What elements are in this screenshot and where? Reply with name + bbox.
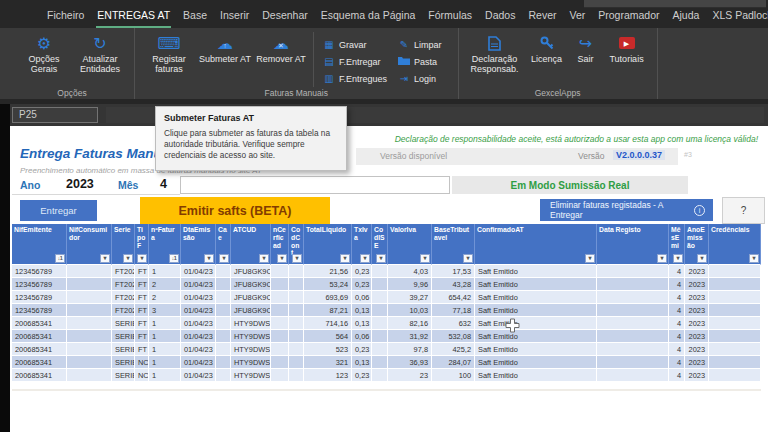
menu-tab-base[interactable]: Base — [182, 9, 208, 28]
cell-n-fatura[interactable]: 1 — [149, 317, 181, 330]
cell-basetributavel[interactable]: 100 — [432, 369, 475, 382]
cell-codcont[interactable] — [289, 265, 304, 278]
cell-valoriva[interactable]: 36,93 — [388, 356, 432, 369]
empty-input-cell[interactable] — [180, 176, 450, 194]
cell-n-fatura[interactable]: 3 — [149, 304, 181, 317]
cell-serie[interactable]: FT2023 — [112, 278, 135, 291]
cell-codise[interactable] — [372, 356, 388, 369]
cell-n-fatura[interactable]: 1 — [149, 356, 181, 369]
cell-data-registo[interactable] — [597, 304, 669, 317]
cell-valoriva[interactable]: 23 — [388, 369, 432, 382]
menu-tab-rever[interactable]: Rever — [527, 9, 557, 28]
cell-anoemiss-o[interactable]: 2023 — [685, 343, 709, 356]
opcoes-gerais-button[interactable]: ⚙ Opções Gerais — [16, 32, 72, 74]
menu-tab-ajuda[interactable]: Ajuda — [672, 9, 701, 28]
f-entregar-button[interactable]: ▤ F.Entregar — [322, 53, 387, 70]
cell-codise[interactable] — [372, 278, 388, 291]
cell-ncerficad[interactable] — [271, 330, 289, 343]
cell-cae[interactable] — [216, 304, 231, 317]
cell-anoemiss-o[interactable]: 2023 — [685, 278, 709, 291]
cell-m-semi[interactable]: 4 — [669, 330, 685, 343]
cell-confirmadoat[interactable]: Saft Emitido — [475, 265, 597, 278]
filter-icon-cae[interactable]: ▾ — [219, 254, 229, 263]
f-entregues-button[interactable]: ▥ F.Entregues — [322, 70, 387, 87]
cell-m-semi[interactable]: 4 — [669, 265, 685, 278]
cell-atcud[interactable]: HTY9DWSB — [231, 317, 271, 330]
login-button[interactable]: ⇥ Login — [397, 70, 442, 87]
cell-data-registo[interactable] — [597, 278, 669, 291]
cell-codise[interactable] — [372, 330, 388, 343]
cell-anoemiss-o[interactable]: 2023 — [685, 304, 709, 317]
cell-dtaemiss-o[interactable]: 01/04/23 — [181, 343, 216, 356]
cell-txiva[interactable]: 0,06 — [352, 330, 372, 343]
cell-ncerficad[interactable] — [271, 356, 289, 369]
cell-n-fatura[interactable]: 2 — [149, 291, 181, 304]
cell-n-fatura[interactable]: 1 — [149, 343, 181, 356]
cell-ncerficad[interactable] — [271, 369, 289, 382]
cell-n-fatura[interactable]: 2 — [149, 278, 181, 291]
menu-tab-xls-padlock[interactable]: XLS Padlock — [711, 9, 768, 28]
filter-icon-codise[interactable]: ▾ — [376, 254, 386, 263]
cell-totalliquido[interactable]: 123 — [304, 369, 352, 382]
cell-cae[interactable] — [216, 343, 231, 356]
sort-filter-icon-nifemitente[interactable]: ↓1 — [55, 254, 65, 263]
cell-anoemiss-o[interactable]: 2023 — [685, 291, 709, 304]
cell-dtaemiss-o[interactable]: 01/04/23 — [181, 265, 216, 278]
cell-atcud[interactable]: JFU8GK9C — [231, 278, 271, 291]
cell-cred-nciais[interactable] — [709, 369, 761, 382]
cell-txiva[interactable]: 0,13 — [352, 317, 372, 330]
cell-anoemiss-o[interactable]: 2023 — [685, 317, 709, 330]
cell-m-semi[interactable]: 4 — [669, 278, 685, 291]
cell-dtaemiss-o[interactable]: 01/04/23 — [181, 356, 216, 369]
cell-codcont[interactable] — [289, 304, 304, 317]
cell-basetributavel[interactable]: 77,18 — [432, 304, 475, 317]
cell-atcud[interactable]: HTY9DWSB — [231, 330, 271, 343]
cell-cae[interactable] — [216, 369, 231, 382]
cell-confirmadoat[interactable]: Saft Emitido — [475, 356, 597, 369]
cell-totalliquido[interactable]: 53,24 — [304, 278, 352, 291]
cell-m-semi[interactable]: 4 — [669, 356, 685, 369]
entregar-button[interactable]: Entregar — [20, 200, 97, 221]
cell-atcud[interactable]: JFU8GK9C — [231, 265, 271, 278]
cell-codise[interactable] — [372, 343, 388, 356]
cell-atcud[interactable]: JFU8GK9C — [231, 304, 271, 317]
cell-data-registo[interactable] — [597, 343, 669, 356]
cell-codise[interactable] — [372, 369, 388, 382]
cell-basetributavel[interactable]: 17,53 — [432, 265, 475, 278]
cell-basetributavel[interactable]: 632 — [432, 317, 475, 330]
cell-confirmadoat[interactable]: Saft Emitido — [475, 304, 597, 317]
cell-nifemitente[interactable]: 200685341 — [12, 369, 67, 382]
cell-codcont[interactable] — [289, 317, 304, 330]
emitir-safts-button[interactable]: Emitir safts (BETA) — [140, 197, 330, 224]
cell-serie[interactable]: FT2023 — [112, 291, 135, 304]
submeter-at-button[interactable]: ☁↑ Submeter AT — [197, 32, 253, 64]
cell-data-registo[interactable] — [597, 356, 669, 369]
cell-m-semi[interactable]: 4 — [669, 317, 685, 330]
cell-basetributavel[interactable]: 43,28 — [432, 278, 475, 291]
cell-m-semi[interactable]: 4 — [669, 369, 685, 382]
cell-codcont[interactable] — [289, 343, 304, 356]
cell-basetributavel[interactable]: 654,42 — [432, 291, 475, 304]
cell-m-semi[interactable]: 4 — [669, 304, 685, 317]
cell-ncerficad[interactable] — [271, 278, 289, 291]
cell-totalliquido[interactable]: 693,69 — [304, 291, 352, 304]
filter-icon-tipof[interactable]: ▾ — [137, 254, 147, 263]
cell-codise[interactable] — [372, 304, 388, 317]
filter-icon-serie[interactable]: ▾ — [123, 254, 133, 263]
cell-m-semi[interactable]: 4 — [669, 343, 685, 356]
cell-atcud[interactable]: HTY9DWSB — [231, 343, 271, 356]
cell-tipof[interactable]: FT — [135, 330, 149, 343]
cell-dtaemiss-o[interactable]: 01/04/23 — [181, 330, 216, 343]
filter-icon-nifconsumidor[interactable]: ▾ — [100, 254, 110, 263]
cell-confirmadoat[interactable]: Saft Emitido — [475, 291, 597, 304]
filter-icon-codcont[interactable]: ▾ — [292, 254, 302, 263]
menu-tab-esquema-da-p-gina[interactable]: Esquema da Página — [320, 9, 417, 28]
cell-basetributavel[interactable]: 425,2 — [432, 343, 475, 356]
cell-nifemitente[interactable]: 200685341 — [12, 317, 67, 330]
sort-filter-icon-n-fatura[interactable]: ↓1 — [169, 254, 179, 263]
cell-n-fatura[interactable]: 1 — [149, 330, 181, 343]
cell-nifconsumidor[interactable] — [67, 304, 112, 317]
cell-codcont[interactable] — [289, 356, 304, 369]
cell-totalliquido[interactable]: 321 — [304, 356, 352, 369]
cell-basetributavel[interactable]: 284,07 — [432, 356, 475, 369]
